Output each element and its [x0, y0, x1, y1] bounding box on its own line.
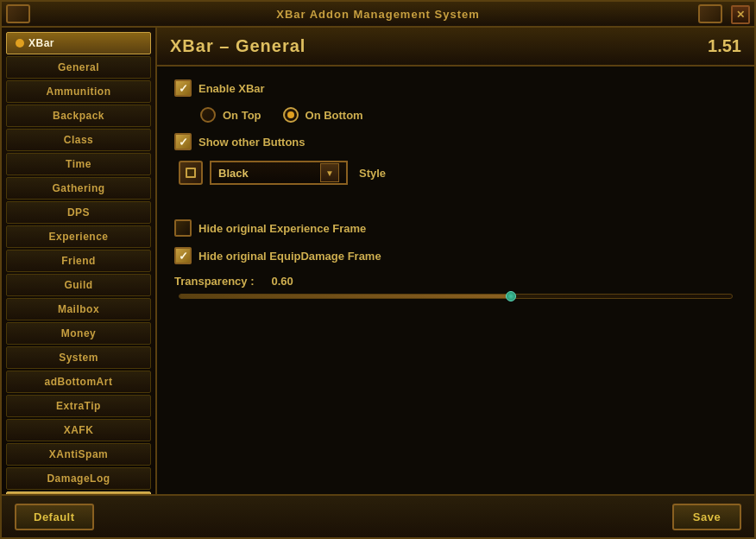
on-top-label: On Top	[223, 109, 261, 122]
title-bar: XBar Addon Management System ✕	[2, 2, 754, 28]
style-dropdown-arrow[interactable]: ▼	[320, 163, 339, 182]
sidebar-item-friend[interactable]: Friend	[6, 250, 151, 272]
hide-experience-label: Hide original Experience Frame	[198, 222, 366, 235]
content-body: Enable XBar On Top On Bottom	[157, 67, 754, 494]
sidebar-item-mailbox[interactable]: Mailbox	[6, 298, 151, 320]
svg-rect-1	[187, 169, 194, 176]
main-area: XBar General Ammunition Backpack Class T…	[2, 28, 754, 494]
sidebar-item-dps[interactable]: DPS	[6, 201, 151, 224]
divider-area	[174, 202, 737, 219]
left-ornament	[6, 4, 32, 25]
xbar-dot	[16, 39, 24, 48]
transparency-slider[interactable]	[179, 291, 733, 303]
transparency-value: 0.60	[272, 275, 302, 288]
style-dropdown[interactable]: Black ▼	[210, 161, 348, 185]
on-bottom-radio[interactable]	[283, 107, 299, 123]
sidebar-item-adbottomart[interactable]: adBottomArt	[6, 371, 151, 393]
sidebar-item-money[interactable]: Money	[6, 322, 151, 345]
hide-experience-checkbox-wrapper[interactable]: Hide original Experience Frame	[174, 219, 366, 237]
default-button[interactable]: Default	[15, 504, 94, 530]
sidebar-item-ammunition[interactable]: Ammunition	[6, 80, 151, 103]
slider-track	[179, 294, 733, 299]
content-header: XBar – General 1.51	[157, 28, 754, 67]
show-buttons-row: Show other Buttons	[174, 133, 737, 150]
sidebar-item-system[interactable]: System	[6, 346, 151, 369]
show-buttons-checkbox[interactable]	[174, 133, 192, 150]
sidebar-item-damagelog[interactable]: DamageLog	[6, 467, 151, 490]
right-ornament	[698, 4, 724, 25]
on-bottom-label: On Bottom	[306, 109, 363, 122]
hide-experience-row: Hide original Experience Frame	[174, 219, 737, 237]
slider-fill	[180, 295, 511, 298]
on-bottom-wrapper[interactable]: On Bottom	[283, 107, 363, 123]
show-buttons-checkbox-wrapper[interactable]: Show other Buttons	[174, 133, 306, 150]
content-title: XBar – General	[170, 36, 306, 56]
sidebar-item-class[interactable]: Class	[6, 129, 151, 151]
sidebar: XBar General Ammunition Backpack Class T…	[2, 28, 157, 494]
sidebar-item-experience[interactable]: Experience	[6, 225, 151, 248]
sidebar-item-extratip[interactable]: ExtraTip	[6, 395, 151, 417]
enable-xbar-label: Enable XBar	[198, 82, 265, 95]
slider-thumb[interactable]	[506, 291, 516, 301]
hide-equipdamage-checkbox[interactable]	[174, 247, 192, 264]
hide-equipdamage-row: Hide original EquipDamage Frame	[174, 247, 737, 264]
on-top-wrapper[interactable]: On Top	[200, 107, 261, 123]
sidebar-item-time[interactable]: Time	[6, 153, 151, 175]
close-button[interactable]: ✕	[731, 5, 750, 24]
on-top-radio[interactable]	[200, 107, 216, 123]
position-radio-group: On Top On Bottom	[200, 107, 737, 123]
style-dropdown-value: Black	[218, 167, 316, 180]
sidebar-item-xbar[interactable]: XBar	[6, 32, 151, 54]
sidebar-item-guild[interactable]: Guild	[6, 274, 151, 296]
sidebar-item-xantispam[interactable]: XAntiSpam	[6, 443, 151, 466]
enable-xbar-row: Enable XBar	[174, 79, 737, 97]
hide-experience-checkbox[interactable]	[174, 219, 192, 237]
hide-equipdamage-label: Hide original EquipDamage Frame	[198, 250, 381, 263]
content-area: XBar – General 1.51 Enable XBar On Top	[157, 28, 754, 494]
window-title: XBar Addon Management System	[276, 8, 480, 21]
transparency-row: Transparency : 0.60	[174, 275, 737, 288]
hide-equipdamage-checkbox-wrapper[interactable]: Hide original EquipDamage Frame	[174, 247, 381, 264]
style-icon	[179, 161, 203, 185]
sidebar-item-general[interactable]: General	[6, 56, 151, 79]
sidebar-item-gathering[interactable]: Gathering	[6, 177, 151, 200]
transparency-label: Transparency :	[174, 275, 255, 288]
sidebar-item-backpack[interactable]: Backpack	[6, 105, 151, 127]
style-label: Style	[359, 167, 386, 180]
footer: Default Save	[2, 494, 754, 537]
enable-xbar-checkbox[interactable]	[174, 79, 192, 97]
style-row: Black ▼ Style	[179, 161, 737, 185]
save-button[interactable]: Save	[672, 504, 741, 530]
enable-xbar-checkbox-wrapper[interactable]: Enable XBar	[174, 79, 265, 97]
main-window: XBar Addon Management System ✕ XBar Gene…	[0, 0, 756, 539]
show-buttons-label: Show other Buttons	[198, 136, 306, 149]
sidebar-item-xafk[interactable]: XAFK	[6, 419, 151, 441]
content-version: 1.51	[708, 36, 741, 56]
